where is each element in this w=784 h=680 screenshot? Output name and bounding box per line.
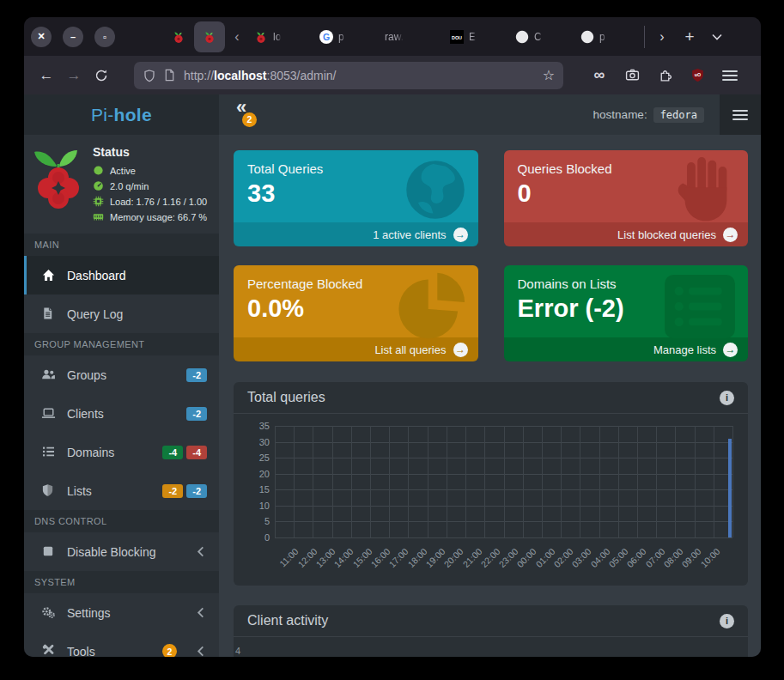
- page-info-icon[interactable]: [163, 69, 177, 82]
- count-badge: -2: [186, 484, 207, 498]
- x-gridline: [389, 426, 390, 537]
- sidebar-item-label: Disable Blocking: [67, 545, 156, 559]
- desktop-background: ✕ – ▫ ‹loGpraw.DOUECp›+ ← → http://local…: [0, 0, 784, 680]
- url-bar[interactable]: http://localhost:8053/admin/ ☆: [134, 62, 563, 89]
- y-axis-label: 30: [247, 437, 270, 447]
- tab-lo[interactable]: lo: [249, 21, 314, 52]
- memory-icon: [93, 211, 104, 222]
- pihole-header: Pi-hole « 2 hostname: fedora: [24, 94, 761, 135]
- sidebar-item-tools[interactable]: Tools2: [24, 632, 219, 657]
- card-queries-blocked[interactable]: Queries Blocked0List blocked queries→: [504, 150, 749, 246]
- svg-text:DOU: DOU: [452, 34, 462, 39]
- info-icon[interactable]: i: [720, 614, 734, 628]
- info-icon[interactable]: i: [720, 391, 734, 405]
- card-total-queries[interactable]: Total Queries331 active clients→: [234, 150, 478, 246]
- sidebar-item-query-log[interactable]: Query Log: [24, 294, 219, 333]
- x-gridline: [294, 426, 295, 537]
- sidebar-section-system: SYSTEM: [24, 571, 219, 593]
- sidebar-item-lists[interactable]: Lists-2-2: [24, 471, 219, 510]
- chevron-left-icon[interactable]: [196, 607, 205, 618]
- x-gridline: [523, 426, 524, 537]
- card-domains-on-lists[interactable]: Domains on ListsError (-2)Manage lists→: [504, 265, 749, 361]
- update-badge: 2: [242, 112, 257, 127]
- x-gridline: [447, 426, 447, 537]
- y-axis-label: 10: [247, 501, 270, 511]
- tab-e[interactable]: DOUE: [445, 21, 510, 52]
- status-info: StatusActive2.0 q/minLoad: 1.76 / 1.16 /…: [93, 143, 207, 227]
- arrow-circle-right-icon: →: [453, 343, 468, 357]
- google-favicon: G: [319, 30, 333, 44]
- app-body: StatusActive2.0 q/minLoad: 1.76 / 1.16 /…: [24, 135, 761, 657]
- list-all-tabs-button[interactable]: [703, 23, 731, 51]
- header-menu-button[interactable]: [720, 94, 761, 135]
- total-queries-panel-title: Total queries: [247, 390, 325, 405]
- chevron-left-icon[interactable]: [196, 646, 205, 657]
- infinity-extension-icon[interactable]: ∞: [586, 63, 612, 88]
- query-bar[interactable]: [728, 439, 732, 537]
- titlebar[interactable]: ✕ – ▫ ‹loGpraw.DOUECp›+: [24, 17, 761, 56]
- sidebar-item-badges: -2: [186, 368, 207, 382]
- tab-p[interactable]: Gp: [314, 21, 380, 52]
- sidebar-item-label: Groups: [67, 368, 106, 382]
- logo-zone[interactable]: Pi-hole: [24, 94, 219, 135]
- sidebar-item-disable-blocking[interactable]: Disable Blocking: [24, 532, 219, 571]
- hand-icon: [672, 155, 739, 229]
- card-footer-label: 1 active clients: [373, 228, 446, 241]
- tab-p[interactable]: p: [575, 21, 641, 52]
- total-queries-panel-header: Total queries i: [234, 382, 748, 414]
- forward-button[interactable]: →: [61, 63, 87, 88]
- close-button[interactable]: ✕: [31, 27, 52, 47]
- list-icon: [41, 445, 56, 459]
- sidebar-item-dashboard[interactable]: Dashboard: [24, 256, 219, 294]
- reload-button[interactable]: [88, 63, 114, 88]
- sidebar-item-badges: -2-2: [162, 484, 207, 498]
- url-text[interactable]: http://localhost:8053/admin/: [184, 69, 543, 82]
- x-gridline: [428, 426, 428, 537]
- cpu-icon: [93, 196, 104, 207]
- gears-icon: [41, 605, 56, 620]
- sidebar-item-groups[interactable]: Groups-2: [24, 355, 219, 394]
- sidebar: StatusActive2.0 q/minLoad: 1.76 / 1.16 /…: [24, 135, 219, 657]
- sidebar-item-clients[interactable]: Clients-2: [24, 394, 219, 433]
- hostname-label: hostname:: [593, 108, 647, 121]
- window-controls: ✕ – ▫: [31, 27, 115, 47]
- status-gauge: 2.0 q/min: [93, 180, 207, 191]
- back-button[interactable]: ←: [33, 63, 59, 88]
- sidebar-item-domains[interactable]: Domains-4-4: [24, 433, 219, 471]
- tab-active-pihole[interactable]: [194, 21, 225, 52]
- app-menu-button[interactable]: [717, 63, 743, 88]
- y-axis-label: 25: [247, 452, 270, 463]
- tab-pinned-pihole[interactable]: [163, 21, 194, 52]
- tab-raw[interactable]: raw.: [380, 21, 445, 52]
- y-axis-label: 20: [247, 469, 270, 479]
- chevron-left-icon[interactable]: [196, 546, 205, 557]
- status-text: Active: [110, 166, 136, 176]
- browser-window: ✕ – ▫ ‹loGpraw.DOUECp›+ ← → http://local…: [24, 17, 761, 657]
- sidebar-item-label: Domains: [67, 446, 114, 459]
- tab-c[interactable]: C: [510, 21, 575, 52]
- tab-overflow-left-indicator[interactable]: ‹: [225, 21, 249, 52]
- x-gridline: [408, 426, 409, 537]
- screenshot-camera-icon[interactable]: [619, 63, 645, 88]
- svg-text:G: G: [323, 31, 330, 41]
- ublock-origin-icon[interactable]: uO: [684, 63, 710, 88]
- x-gridline: [351, 426, 352, 537]
- tracking-shield-icon[interactable]: [143, 69, 156, 82]
- total-queries-chart[interactable]: 0510152025303511:0012:0013:0014:0015:001…: [247, 426, 734, 580]
- new-tab-button[interactable]: +: [676, 23, 703, 51]
- dot-icon: [93, 165, 104, 176]
- sidebar-section-dns-control: DNS CONTROL: [24, 510, 219, 532]
- extensions-puzzle-icon[interactable]: [652, 63, 678, 88]
- hostname-value: fedora: [653, 107, 704, 123]
- bookmark-star-icon[interactable]: ☆: [543, 67, 555, 83]
- card-percentage-blocked[interactable]: Percentage Blocked0.0%List all queries→: [234, 265, 478, 361]
- scroll-tabs-right-button[interactable]: ›: [648, 23, 676, 51]
- maximize-button[interactable]: ▫: [94, 27, 115, 47]
- pihole-favicon: [203, 30, 216, 44]
- minimize-button[interactable]: –: [63, 27, 83, 47]
- reload-icon: [94, 69, 108, 82]
- x-gridline: [580, 426, 580, 537]
- sidebar-item-settings[interactable]: Settings: [24, 593, 219, 632]
- sidebar-collapse-wrap: « 2: [236, 98, 262, 132]
- hostname-display: hostname: fedora: [593, 107, 704, 123]
